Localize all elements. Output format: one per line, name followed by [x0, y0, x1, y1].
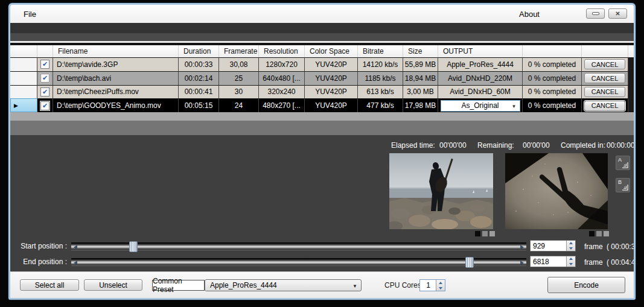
common-preset-label[interactable]: Common Preset	[152, 280, 205, 291]
common-preset-value: Apple_ProRes_4444	[210, 281, 277, 290]
table-row[interactable]: ✔ D:\temp\avide.3GP 00:00:33 30,08 1280x…	[10, 57, 634, 71]
cell-output[interactable]: Apple_ProRes_4444	[438, 57, 523, 71]
source-frame-step-buttons[interactable]	[475, 231, 495, 236]
col-progress	[523, 45, 582, 57]
cpu-cores-value: 1	[426, 281, 430, 290]
row-selector[interactable]	[10, 71, 37, 85]
output-preset-dropdown[interactable]: As_Original ▼	[441, 100, 520, 112]
cell-filename: D:\temp\GOODYES_Animo.mov	[53, 98, 179, 112]
slider-left-arrow-icon[interactable]	[74, 245, 77, 250]
cell-resolution: 1280x720	[259, 57, 305, 71]
col-filename[interactable]: Filename	[53, 45, 179, 57]
spinner-down-icon[interactable]	[439, 287, 442, 290]
cancel-button[interactable]: CANCEL	[584, 59, 625, 69]
app-window: File About ✕ Filename Duration Framerate…	[8, 3, 636, 300]
preview-output-thumbnail	[505, 153, 608, 229]
encode-button[interactable]: Encode	[547, 277, 625, 293]
footer-bar: Select all Unselect Common Preset Apple_…	[10, 271, 634, 298]
minimize-icon	[592, 12, 599, 15]
cell-framerate: 30	[219, 85, 259, 99]
cpu-cores-spinner[interactable]	[436, 280, 445, 291]
start-position-slider[interactable]	[71, 242, 526, 250]
spinner-down-icon[interactable]	[569, 247, 573, 250]
spinner-down-icon[interactable]	[569, 263, 573, 265]
row-check-cell: ✔	[37, 85, 53, 99]
checkbox-checked[interactable]: ✔	[40, 74, 49, 83]
cell-bitrate: 613 kb/s	[358, 85, 403, 99]
start-frame-input[interactable]: 929	[530, 240, 576, 252]
cell-size: 18,94 MB	[403, 71, 438, 85]
layers-icon	[622, 162, 628, 168]
select-all-button[interactable]: Select all	[20, 279, 79, 291]
cell-output[interactable]: Avid_DNxHD_60M	[438, 85, 523, 99]
table-row[interactable]: ✔ D:\temp\bach.avi 00:02:14 25 640x480 […	[10, 71, 634, 85]
cell-resolution: 480x270 [...	[259, 98, 305, 112]
compare-b-button[interactable]: B	[616, 178, 630, 192]
table-row-selected[interactable]: ▶ ✔ D:\temp\GOODYES_Animo.mov 00:05:15 2…	[10, 98, 634, 112]
col-size[interactable]: Size	[403, 45, 438, 57]
cell-bitrate: 14120 kb/s	[358, 57, 403, 71]
checkbox-checked[interactable]: ✔	[40, 101, 49, 110]
start-frame-time: ( 00:00:38 )	[607, 242, 636, 251]
cancel-button[interactable]: CANCEL	[584, 73, 625, 83]
cell-size: 55,89 MB	[403, 57, 438, 71]
cell-framerate: 24	[219, 98, 259, 112]
col-duration[interactable]: Duration	[179, 45, 219, 57]
output-frame-step-buttons[interactable]	[589, 231, 609, 236]
end-slider-thumb[interactable]	[465, 257, 474, 268]
common-preset-dropdown[interactable]: Apple_ProRes_4444 ▼	[205, 279, 362, 291]
cell-cancel: CANCEL	[582, 57, 628, 71]
cell-duration: 00:00:41	[179, 85, 219, 99]
row-selector[interactable]	[10, 57, 37, 71]
checkbox-checked[interactable]: ✔	[40, 60, 49, 69]
col-colorspace[interactable]: Color Space	[305, 45, 358, 57]
end-frame-input[interactable]: 6818	[530, 256, 576, 267]
start-slider-thumb[interactable]	[129, 241, 138, 252]
table-row[interactable]: ✔ D:\temp\CheeziPuffs.mov 00:00:41 30 32…	[10, 85, 634, 99]
col-resolution[interactable]: Resolution	[259, 45, 305, 57]
col-framerate[interactable]: Framerate	[219, 45, 259, 57]
spinner-up-icon[interactable]	[569, 258, 573, 260]
col-output[interactable]: OUTPUT	[438, 45, 523, 57]
cell-progress: 0 % completed	[523, 71, 582, 85]
file-table: Filename Duration Framerate Resolution C…	[10, 45, 634, 112]
cell-bitrate: 1185 kb/s	[358, 71, 403, 85]
remaining-label: Remaining:	[477, 141, 514, 150]
slider-right-arrow-icon[interactable]	[520, 245, 524, 250]
cancel-button[interactable]: CANCEL	[584, 87, 625, 97]
cell-colorspace: YUV420P	[305, 71, 358, 85]
completed-label: Completed in:	[561, 141, 605, 150]
row-selector-active[interactable]: ▶	[10, 98, 37, 112]
cell-cancel: CANCEL	[582, 98, 628, 112]
close-button[interactable]: ✕	[608, 8, 627, 19]
unselect-button[interactable]: Unselect	[84, 279, 142, 291]
minimize-button[interactable]	[586, 8, 605, 19]
cell-progress: 0 % completed	[523, 57, 582, 71]
cell-resolution: 640x480 [...	[259, 71, 305, 85]
row-selector[interactable]	[10, 85, 37, 99]
toolbar-strip	[10, 23, 634, 33]
row-check-cell: ✔	[37, 98, 53, 112]
slider-left-arrow-icon[interactable]	[74, 261, 77, 265]
cpu-cores-input[interactable]: 1	[419, 279, 445, 291]
cell-output[interactable]: Avid_DNxHD_220M	[438, 71, 523, 85]
menu-file[interactable]: File	[24, 10, 36, 19]
cell-bitrate: 477 kb/s	[358, 98, 403, 112]
col-bitrate[interactable]: Bitrate	[358, 45, 403, 57]
spinner-up-icon[interactable]	[569, 242, 573, 244]
end-position-slider[interactable]	[71, 258, 526, 266]
slider-right-arrow-icon[interactable]	[520, 261, 524, 265]
end-frame-spinner[interactable]	[566, 256, 575, 267]
remaining-value: 00'00'00	[523, 141, 550, 150]
spinner-up-icon[interactable]	[439, 282, 442, 284]
cancel-button[interactable]: CANCEL	[584, 101, 625, 111]
table-scroll-strip[interactable]	[10, 112, 634, 121]
checkbox-checked[interactable]: ✔	[40, 87, 49, 97]
start-frame-spinner[interactable]	[566, 241, 575, 251]
cell-filename: D:\temp\CheeziPuffs.mov	[53, 85, 179, 99]
compare-a-button[interactable]: A	[616, 156, 630, 170]
cell-colorspace: YUV420P	[305, 85, 358, 99]
menu-about[interactable]: About	[519, 10, 540, 19]
end-frame-value: 6818	[533, 258, 549, 266]
cpu-cores-label: CPU Cores	[384, 281, 421, 290]
